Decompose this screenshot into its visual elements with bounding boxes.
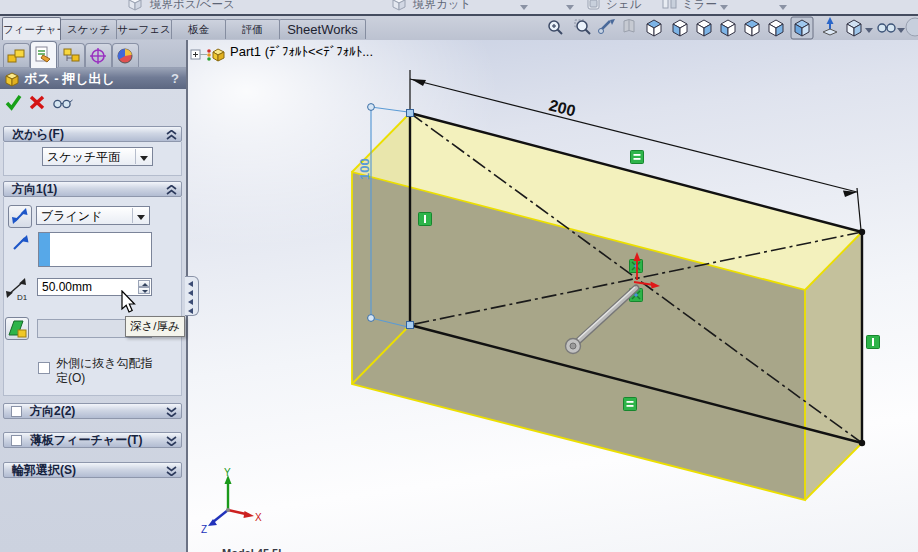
view-bottom-icon[interactable] (769, 20, 783, 36)
scene: 200 100 (188, 40, 918, 552)
collapse-chevron-icon[interactable] (166, 130, 177, 140)
combo-arrow-icon[interactable] (135, 149, 151, 164)
draft-button[interactable] (5, 317, 29, 340)
boundary-boss-icon[interactable] (126, 0, 144, 11)
tree-node-icons (190, 46, 228, 62)
dropdown-arrow-icon[interactable] (720, 5, 728, 10)
end-condition-combo[interactable]: ブラインド (36, 206, 150, 225)
dimxpert-icon (89, 47, 108, 65)
section-direction1-header[interactable]: 方向1(1) (3, 181, 182, 197)
relation-vertical-right[interactable] (867, 336, 880, 349)
view-left-icon[interactable] (697, 20, 711, 36)
shell-label[interactable]: シェル (606, 0, 641, 12)
view-top-icon[interactable] (745, 20, 759, 36)
mirror-label[interactable]: ミラー (682, 0, 717, 12)
relation-vertical-left[interactable] (419, 213, 432, 226)
collapse-arrow-icon (188, 290, 193, 296)
boundary-boss-label[interactable]: 境界ボス/ベース (150, 0, 235, 12)
rotate-view-icon[interactable] (599, 19, 616, 34)
tab-property-manager[interactable] (30, 41, 57, 68)
svg-text:D1: D1 (17, 293, 28, 301)
normal-to-icon[interactable] (823, 17, 837, 35)
direction-reference-listbox[interactable] (38, 232, 152, 267)
appearance-icon[interactable] (906, 18, 918, 36)
collapse-arrow-icon (188, 308, 193, 314)
tab-sheetmetal[interactable]: 板金 (171, 19, 226, 39)
zoom-window-icon[interactable] (575, 20, 590, 34)
expand-chevron-icon[interactable] (166, 436, 177, 446)
zoom-in-icon[interactable] (549, 21, 562, 34)
tab-evaluate[interactable]: 評価 (225, 19, 280, 39)
from-combo[interactable]: スケッチ平面 (42, 147, 153, 166)
dropdown-arrow-icon[interactable] (779, 5, 787, 10)
collapse-arrow-icon (188, 281, 193, 287)
section-from-header[interactable]: 次から(F) (3, 126, 182, 142)
tab-sketch[interactable]: スケッチ (60, 19, 117, 39)
tab-display-manager[interactable] (112, 43, 139, 67)
tree-part-label[interactable]: Part1 (ﾃﾞﾌｫﾙﾄ<<ﾃﾞﾌｫﾙﾄ... (230, 44, 373, 59)
configuration-icon (62, 47, 81, 65)
relation-equal-top[interactable] (631, 151, 644, 164)
dropdown-arrow-icon[interactable] (566, 5, 574, 10)
tab-features[interactable]: フィーチャー (2, 17, 61, 40)
draft-outward-checkbox[interactable] (38, 362, 50, 374)
sketch-point[interactable] (407, 110, 414, 117)
expand-chevron-icon[interactable] (166, 466, 177, 476)
direction2-checkbox[interactable] (11, 406, 22, 417)
property-manager-panel: ボス - 押し出し ? 次から(F) スケッチ平面 方向1(1) ブラインド D… (0, 40, 188, 552)
view-isometric-button[interactable] (791, 17, 813, 39)
cancel-button[interactable] (29, 95, 45, 110)
reverse-direction-icon (9, 206, 31, 227)
svg-text:X: X (255, 512, 262, 523)
collapse-chevron-icon[interactable] (166, 185, 177, 195)
orientation-triad: Y X Z (201, 467, 262, 535)
spin-up-icon[interactable] (138, 280, 150, 287)
help-icon[interactable]: ? (171, 68, 179, 89)
section-selected-contours-header[interactable]: 輪郭選択(S) (3, 462, 182, 478)
tab-surface[interactable]: サーフェス (116, 19, 172, 39)
view-orientation-dropdown-icon[interactable] (865, 28, 873, 33)
property-manager-icon (34, 45, 53, 64)
section-thin-feature-header[interactable]: 薄板フィーチャー(T) (3, 432, 182, 448)
shell-icon[interactable] (584, 0, 602, 11)
svg-text:100: 100 (357, 158, 372, 180)
combo-arrow-icon[interactable] (132, 208, 148, 223)
tab-sheetworks[interactable]: SheetWorks (279, 19, 366, 39)
tab-dimxpert-manager[interactable] (85, 43, 112, 67)
dropdown-arrow-icon[interactable] (520, 5, 528, 10)
expand-chevron-icon[interactable] (166, 407, 177, 417)
graphics-area[interactable]: Part1 (ﾃﾞﾌｫﾙﾄ<<ﾃﾞﾌｫﾙﾄ... (188, 40, 918, 552)
feature-toolbar-clipped: 境界ボス/ベース 境界カット シェル ミラー (0, 0, 918, 16)
part-icon (207, 49, 224, 61)
sketch-point[interactable] (407, 322, 414, 329)
extruded-body[interactable] (352, 113, 862, 500)
display-style-dropdown-icon[interactable] (897, 28, 905, 33)
ok-button[interactable] (5, 94, 22, 111)
relation-equal-bottom[interactable] (624, 398, 637, 411)
section-direction2-header[interactable]: 方向2(2) (3, 403, 182, 419)
mirror-icon[interactable] (660, 0, 678, 11)
spin-down-icon[interactable] (138, 287, 150, 294)
boundary-cut-icon[interactable] (390, 0, 408, 11)
reverse-direction-button[interactable] (8, 205, 32, 228)
command-manager-tab-row: フィーチャー スケッチ サーフェス 板金 評価 SheetWorks (0, 16, 918, 41)
draft-outward-label[interactable]: 外側に抜き勾配指定(O) (56, 356, 160, 386)
view-right-icon[interactable] (721, 20, 735, 36)
panel-tab-bar (0, 40, 186, 68)
direction-reference-icon (11, 234, 31, 252)
view-orientation-icon[interactable] (847, 20, 861, 36)
feature-tree-icon (7, 47, 26, 65)
relation-coincident-1[interactable] (630, 260, 643, 273)
panel-splitter-handle[interactable] (185, 276, 199, 316)
thin-feature-checkbox[interactable] (11, 435, 22, 446)
mouse-cursor (118, 290, 138, 316)
clipped-status-text: Model 45.5L (222, 547, 312, 552)
boundary-cut-label[interactable]: 境界カット (413, 0, 471, 12)
view-back-icon[interactable] (673, 20, 687, 36)
display-style-icon[interactable] (878, 24, 895, 32)
section-view-icon[interactable] (624, 20, 634, 33)
view-front-icon[interactable] (647, 20, 661, 36)
detailed-preview-icon[interactable] (53, 96, 73, 110)
tab-featuremanager-tree[interactable] (3, 43, 30, 67)
tab-configuration-manager[interactable] (58, 43, 85, 67)
